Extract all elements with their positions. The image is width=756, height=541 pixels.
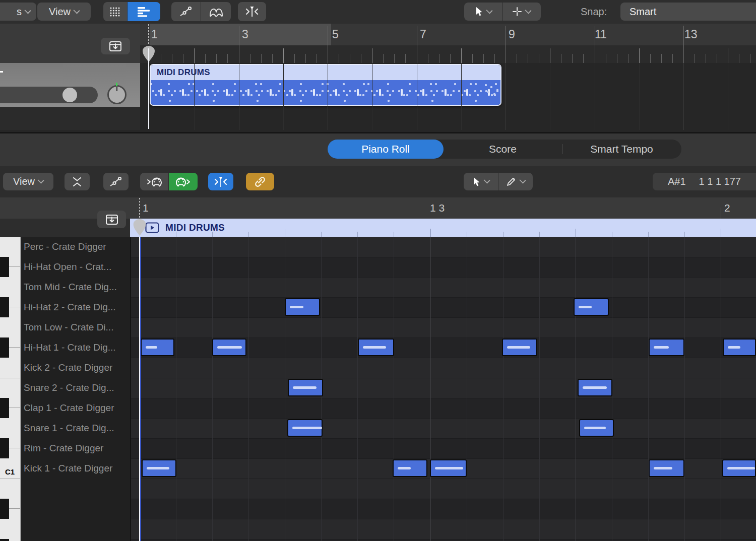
pr-playhead[interactable] [140, 237, 141, 541]
drum-row-label[interactable]: Kick 2 - Crate Digger [20, 358, 130, 378]
show-automation-button[interactable] [103, 173, 129, 190]
grid-row-black[interactable] [130, 438, 756, 458]
link-mode-button[interactable] [246, 173, 274, 190]
midi-note[interactable] [358, 339, 394, 356]
piano-key-black[interactable] [0, 438, 9, 458]
grid-row-black[interactable] [130, 539, 756, 541]
link-editor-button[interactable] [97, 211, 126, 228]
secondary-tool-button[interactable] [502, 3, 541, 21]
pointer-tool-button[interactable] [464, 3, 502, 21]
midi-note[interactable] [579, 419, 614, 437]
snap-mode-select[interactable]: Smart [620, 3, 756, 21]
drum-row-label[interactable] [20, 499, 130, 519]
midi-note[interactable] [722, 459, 756, 477]
piano-key-black[interactable] [0, 297, 9, 317]
grid-view-button[interactable] [103, 2, 127, 21]
midi-in-button[interactable] [140, 173, 168, 190]
region-play-icon[interactable] [145, 222, 159, 233]
midi-note[interactable] [393, 459, 427, 477]
tracks-view-button[interactable] [127, 2, 160, 21]
track-pan-knob[interactable] [107, 85, 127, 104]
pointer-tool-button[interactable] [464, 173, 498, 190]
selected-track-header[interactable] [0, 63, 140, 107]
midi-note[interactable] [649, 339, 684, 356]
drum-row-label[interactable]: Perc - Crate Digger [20, 237, 130, 257]
miniature-note-dot [160, 89, 162, 96]
drum-row-label[interactable]: Snare 2 - Crate Dig... [20, 378, 130, 398]
piano-keyboard[interactable]: C1 [0, 237, 21, 541]
midi-note[interactable] [287, 419, 323, 437]
tab-score[interactable]: Score [444, 140, 562, 159]
grid-row-white[interactable] [130, 378, 756, 398]
piano-key-black[interactable] [0, 337, 9, 358]
drum-row-label[interactable]: Tom Mid - Crate Dig... [20, 277, 130, 297]
drum-row-label[interactable] [20, 539, 130, 541]
midi-region-header[interactable]: MIDI DRUMS [151, 65, 500, 80]
note-grid[interactable] [130, 237, 756, 541]
tab-smart-tempo[interactable]: Smart Tempo [562, 140, 681, 159]
grid-row-white[interactable] [130, 358, 756, 378]
grid-row-black[interactable] [130, 257, 756, 277]
link-editor-button[interactable] [101, 38, 130, 54]
tab-piano-roll[interactable]: Piano Roll [328, 140, 444, 159]
midi-note[interactable] [288, 379, 323, 396]
midi-out-button[interactable] [168, 173, 198, 190]
arrange-ruler[interactable]: 135791113 [140, 24, 756, 63]
piano-key-black[interactable] [0, 499, 9, 519]
automation-button[interactable] [171, 2, 201, 21]
midi-note[interactable] [142, 459, 176, 477]
arrange-playhead[interactable] [148, 48, 149, 129]
grid-row-white[interactable] [130, 479, 756, 499]
drum-row-label[interactable]: Hi-Hat Open - Crat... [20, 257, 130, 277]
grid-line-beat [721, 237, 721, 541]
catch-playhead-button[interactable] [238, 2, 266, 21]
midi-note[interactable] [723, 339, 756, 356]
arrange-view-menu-button[interactable]: View [37, 3, 91, 21]
piano-key-black[interactable] [0, 398, 9, 418]
grid-bar-line [239, 63, 239, 130]
drum-row-label[interactable]: Clap 1 - Crate Digger [20, 398, 130, 418]
key-separator [9, 408, 20, 408]
grid-bar-line [506, 63, 506, 130]
playhead-handle-icon[interactable] [133, 219, 147, 236]
grid-row-white[interactable] [130, 418, 756, 438]
midi-note[interactable] [285, 298, 320, 316]
drum-row-label[interactable]: Rim - Crate Digger [20, 438, 130, 458]
drum-row-label[interactable]: Snare 1 - Crate Dig... [20, 418, 130, 438]
arrange-grid[interactable]: MIDI DRUMS [140, 63, 756, 130]
drum-row-label[interactable]: Hi-Hat 2 - Crate Dig... [20, 297, 130, 317]
volume-slider-knob[interactable] [62, 88, 77, 102]
grid-row-white[interactable] [130, 277, 756, 297]
drum-row-label[interactable]: Kick 1 - Crate Digger [20, 458, 130, 479]
catch-playhead-button[interactable] [208, 173, 233, 190]
cycle-range[interactable] [150, 24, 331, 45]
midi-note[interactable] [574, 298, 609, 316]
piano-roll-view-menu[interactable]: View [3, 173, 53, 190]
grid-row-white[interactable] [130, 317, 756, 337]
grid-row-white[interactable] [130, 237, 756, 257]
miniature-note-dot [310, 90, 312, 92]
piano-key-black[interactable] [0, 539, 9, 541]
functions-menu-button[interactable]: s [0, 3, 36, 21]
drum-row-label[interactable] [20, 519, 130, 539]
drum-row-label[interactable]: Hi-Hat 1 - Crate Dig... [20, 337, 130, 358]
midi-note[interactable] [430, 459, 467, 477]
region-lane[interactable]: MIDI DRUMS [130, 219, 756, 237]
pencil-tool-button[interactable] [498, 173, 533, 190]
grid-row-white[interactable] [130, 519, 756, 539]
piano-key-black[interactable] [0, 257, 9, 277]
midi-note[interactable] [212, 339, 246, 356]
collapse-mode-button[interactable] [65, 173, 90, 190]
drum-row-label[interactable] [20, 479, 130, 499]
loop-button[interactable] [201, 2, 231, 21]
midi-note[interactable] [649, 459, 684, 477]
midi-region[interactable]: MIDI DRUMS [150, 64, 501, 106]
track-volume-slider[interactable] [0, 87, 98, 103]
grid-row-black[interactable] [130, 499, 756, 519]
drum-row-label[interactable]: Tom Low - Crate Di... [20, 317, 130, 337]
midi-note[interactable] [502, 339, 537, 356]
midi-note[interactable] [578, 379, 612, 396]
midi-note[interactable] [141, 339, 174, 356]
grid-row-black[interactable] [130, 297, 756, 317]
grid-row-black[interactable] [130, 398, 756, 418]
